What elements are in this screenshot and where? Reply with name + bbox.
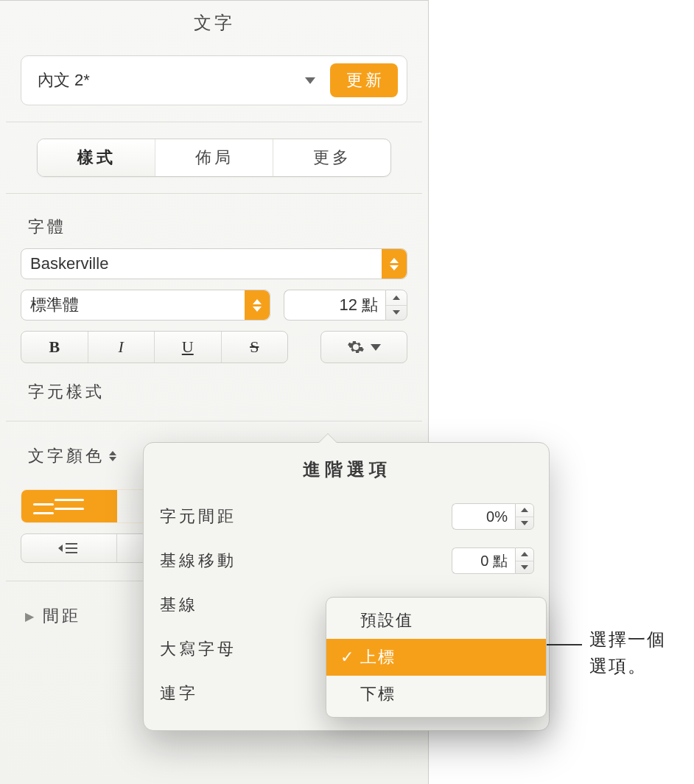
strikethrough-button[interactable]: S: [222, 332, 288, 363]
panel-title: 文字: [0, 1, 428, 42]
italic-button[interactable]: I: [88, 332, 155, 363]
chevron-down-icon: [371, 344, 381, 351]
ligatures-label: 連字: [160, 682, 198, 704]
caps-label: 大寫字母: [160, 638, 236, 660]
update-style-button[interactable]: 更新: [330, 63, 398, 97]
outdent-icon: [58, 542, 79, 555]
tracking-field[interactable]: 0%: [452, 503, 534, 530]
font-weight-value: 標準體: [21, 294, 245, 316]
svg-rect-2: [66, 552, 77, 553]
popover-title: 進階選項: [158, 453, 536, 494]
tab-layout[interactable]: 佈局: [155, 139, 273, 176]
font-size-stepper[interactable]: [385, 290, 407, 321]
font-section-label: 字體: [28, 216, 407, 238]
gear-icon: [347, 338, 365, 356]
font-weight-select[interactable]: 標準體: [21, 290, 270, 321]
paragraph-style-name: 內文 2*: [38, 69, 90, 91]
baseline-shift-label: 基線移動: [160, 550, 236, 572]
text-color-label: 文字顏色: [28, 445, 105, 467]
font-size-field[interactable]: 12 點: [284, 290, 407, 321]
chevron-down-icon: [305, 77, 315, 84]
check-icon: ✓: [340, 648, 356, 667]
character-style-label: 字元樣式: [28, 381, 105, 403]
divider: [6, 122, 422, 122]
disclosure-icon: ▶: [25, 609, 37, 623]
menu-item-default[interactable]: ✓ 預設值: [326, 602, 546, 639]
stepper-icon: [382, 249, 407, 279]
paragraph-style-row: 內文 2* 更新: [21, 55, 407, 105]
tracking-value: 0%: [452, 503, 515, 530]
font-size-up[interactable]: [386, 290, 407, 306]
font-size-down[interactable]: [386, 306, 407, 321]
text-color-dropdown[interactable]: [109, 451, 125, 461]
underline-button[interactable]: U: [155, 332, 222, 363]
paragraph-style-select[interactable]: 內文 2*: [33, 63, 320, 97]
advanced-options-button[interactable]: [320, 331, 407, 363]
menu-item-subscript[interactable]: ✓ 下標: [326, 676, 546, 713]
tab-more[interactable]: 更多: [273, 139, 390, 176]
font-size-value: 12 點: [284, 290, 385, 321]
outdent-button[interactable]: [21, 534, 117, 562]
tracking-label: 字元間距: [160, 505, 236, 528]
divider: [6, 193, 422, 194]
callout-leader-line: [544, 644, 582, 645]
baseline-shift-value: 0 點: [452, 547, 515, 574]
tab-style[interactable]: 樣式: [38, 139, 155, 176]
svg-rect-0: [66, 543, 77, 545]
baseline-label: 基線: [160, 594, 198, 616]
spacing-label: 間距: [43, 605, 81, 627]
baseline-shift-field[interactable]: 0 點: [452, 547, 534, 574]
tracking-stepper[interactable]: [515, 503, 534, 530]
svg-rect-1: [66, 547, 77, 549]
font-family-select[interactable]: Baskerville: [21, 248, 407, 279]
bold-button[interactable]: B: [21, 332, 88, 363]
text-style-segmented: B I U S: [21, 331, 288, 363]
format-tabs: 樣式 佈局 更多: [37, 139, 391, 177]
align-left-button[interactable]: [21, 490, 117, 522]
baseline-shift-stepper[interactable]: [515, 547, 534, 574]
menu-item-superscript[interactable]: ✓ 上標: [326, 639, 546, 676]
callout-text: 選擇一個 選項。: [589, 626, 666, 679]
baseline-menu: ✓ 預設值 ✓ 上標 ✓ 下標: [326, 597, 547, 718]
stepper-icon: [245, 290, 270, 320]
font-family-value: Baskerville: [21, 254, 382, 273]
